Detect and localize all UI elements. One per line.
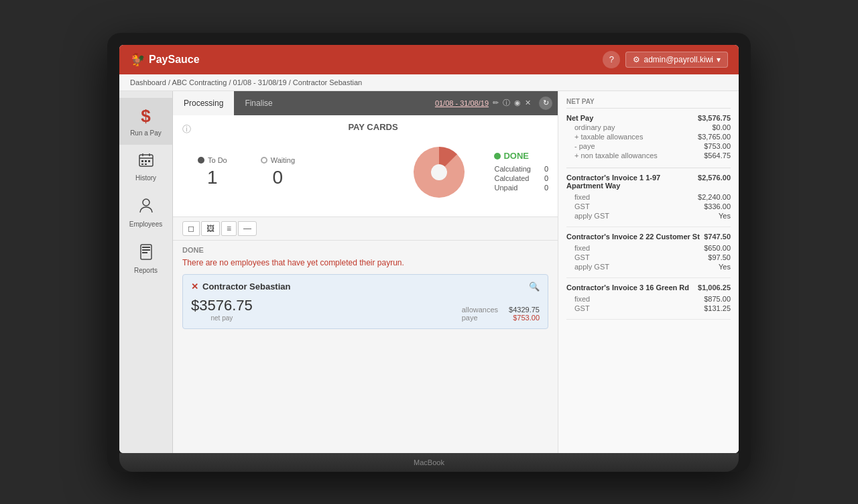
invoice-3-fixed-row: fixed $875.00: [566, 295, 731, 303]
done-section: DONE There are no employees that have ye…: [173, 241, 558, 334]
admin-menu-button[interactable]: ⚙ admin@payroll.kiwi ▾: [625, 52, 728, 68]
tab-processing[interactable]: Processing: [173, 91, 234, 115]
paye-deduction-row: - paye $753.00: [566, 142, 731, 150]
done-dot: [494, 153, 501, 160]
info-circle-icon[interactable]: ⓘ: [503, 98, 510, 108]
todo-dot: [198, 157, 204, 164]
dollar-icon: $: [141, 106, 150, 127]
net-pay-label: net pay: [191, 314, 253, 322]
breadcrumb: Dashboard / ABC Contracting / 01/08 - 31…: [119, 74, 739, 91]
toolbar-btn-image[interactable]: 🖼: [201, 221, 220, 236]
date-range-link[interactable]: 01/08 - 31/08/19: [435, 99, 489, 107]
allowances-row: allowances $4329.75: [462, 306, 540, 314]
breadcrumb-current: Contractor Sebastian: [293, 78, 362, 86]
right-panel: NET PAY Net Pay $3,576.75 ordinary pay $…: [558, 91, 739, 453]
divider-1: [566, 168, 731, 168]
done-badge: DONE: [494, 151, 548, 161]
invoice-2-gst-row: GST $97.50: [566, 253, 731, 261]
waiting-label: Waiting: [261, 156, 295, 164]
toolbar-btn-outline[interactable]: ◻: [182, 221, 200, 236]
logo-text: PaySauce: [149, 54, 200, 66]
info-icon: ⓘ: [182, 123, 191, 135]
view-icon[interactable]: ◉: [514, 99, 521, 107]
pay-cards-stats: To Do 1 Waiting: [198, 156, 399, 188]
pie-chart: [399, 139, 479, 206]
toolbar-btn-minus[interactable]: —: [238, 221, 257, 236]
invoice-1-fixed-row: fixed $2,240.00: [566, 193, 731, 201]
invoice-2-fixed-row: fixed $650.00: [566, 244, 731, 252]
invoice-1-gst-row: GST $336.00: [566, 202, 731, 210]
waiting-dot: [261, 157, 267, 164]
todo-value: 1: [198, 167, 227, 188]
todo-label: To Do: [198, 156, 227, 164]
info-row: ⓘ PAY CARDS To Do: [182, 122, 548, 206]
svg-rect-11: [142, 247, 150, 248]
pay-details: allowances $4329.75 paye $753.00: [462, 306, 540, 322]
breadcrumb-period[interactable]: 01/08 - 31/08/19: [233, 78, 287, 86]
breadcrumb-company[interactable]: ABC Contracting: [172, 78, 227, 86]
logo: 🐓 PaySauce: [130, 52, 200, 67]
tabs-right: 01/08 - 31/08/19 ✏ ⓘ ◉ ✕ ↻: [435, 97, 558, 110]
taxable-allowances-row: + taxable allowances $3,765.00: [566, 133, 731, 141]
admin-label: admin@payroll.kiwi: [644, 55, 713, 64]
invoice-3-title-row: Contractor's Invoice 3 16 Green Rd $1,00…: [566, 284, 731, 294]
sidebar-item-history[interactable]: History: [119, 145, 172, 190]
sidebar-item-employees[interactable]: Employees: [119, 190, 172, 236]
refresh-button[interactable]: ↻: [539, 97, 552, 110]
svg-rect-12: [142, 249, 150, 251]
non-taxable-row: + non taxable allowances $564.75: [566, 151, 731, 160]
app-layout: $ Run a Pay: [119, 91, 739, 453]
laptop-base: MacBook: [119, 453, 739, 472]
unpaid-row: Unpaid 0: [494, 184, 548, 192]
pay-cards-content: To Do 1 Waiting: [198, 139, 548, 206]
invoice-1-section: Contractor's Invoice 1 1-97 Apartment Wa…: [566, 174, 731, 227]
tabs-bar: Processing Finalise 01/08 - 31/08/19 ✏ ⓘ…: [173, 91, 558, 115]
invoice-2-apply-gst-row: apply GST Yes: [566, 263, 731, 271]
invoice-3-section: Contractor's Invoice 3 16 Green Rd $1,00…: [566, 284, 731, 320]
edit-icon[interactable]: ✏: [493, 99, 499, 107]
calculating-row: Calculating 0: [494, 165, 548, 173]
search-icon[interactable]: 🔍: [529, 281, 540, 292]
breadcrumb-dashboard[interactable]: Dashboard: [130, 78, 166, 86]
waiting-value: 0: [261, 167, 295, 188]
laptop-frame: 🐓 PaySauce ? ⚙ admin@payroll.kiwi ▾ Dash…: [107, 33, 751, 472]
sidebar-item-reports[interactable]: Reports: [119, 236, 172, 282]
sidebar-label-reports: Reports: [134, 267, 158, 274]
app-header: 🐓 PaySauce ? ⚙ admin@payroll.kiwi ▾: [119, 45, 739, 74]
pay-cards-title: PAY CARDS: [198, 122, 548, 132]
tab-finalise[interactable]: Finalise: [234, 91, 283, 115]
employee-card-header: ✕ Contractor Sebastian 🔍: [191, 281, 540, 292]
help-button[interactable]: ?: [603, 51, 620, 68]
close-icon[interactable]: ✕: [525, 99, 531, 107]
done-section-header: DONE: [182, 246, 548, 254]
sidebar-label-run-a-pay: Run a Pay: [130, 129, 162, 137]
svg-rect-8: [145, 164, 147, 165]
left-panel: Processing Finalise 01/08 - 31/08/19 ✏ ⓘ…: [173, 91, 558, 453]
svg-rect-5: [145, 160, 147, 162]
calendar-icon: [139, 153, 154, 172]
employee-name: ✕ Contractor Sebastian: [191, 281, 290, 292]
laptop-brand-label: MacBook: [414, 458, 444, 466]
employee-close-icon[interactable]: ✕: [191, 281, 198, 292]
net-pay-total-row: Net Pay $3,576.75: [566, 114, 731, 122]
toolbar-btn-list[interactable]: ≡: [221, 221, 237, 236]
sidebar-item-run-a-pay[interactable]: $ Run a Pay: [119, 98, 172, 145]
stat-todo: To Do 1: [198, 156, 227, 188]
gear-icon: ⚙: [633, 55, 640, 64]
reports-icon: [139, 244, 153, 264]
calculated-row: Calculated 0: [494, 174, 548, 182]
ordinary-pay-row: ordinary pay $0.00: [566, 123, 731, 131]
svg-point-15: [431, 164, 447, 180]
chevron-down-icon: ▾: [717, 55, 721, 64]
net-pay-amount: $3576.75: [191, 297, 253, 314]
svg-rect-4: [141, 160, 143, 162]
stat-waiting: Waiting 0: [261, 156, 295, 188]
paye-row: paye $753.00: [462, 314, 540, 322]
svg-point-9: [143, 199, 149, 206]
invoice-1-title-row: Contractor's Invoice 1 1-97 Apartment Wa…: [566, 174, 731, 192]
svg-rect-7: [141, 164, 143, 165]
net-pay-display: $3576.75 net pay: [191, 297, 253, 322]
invoice-2-title-row: Contractor's Invoice 2 22 Customer St $7…: [566, 233, 731, 243]
person-icon: [139, 198, 154, 218]
no-employees-message: There are no employees that have yet com…: [182, 258, 548, 267]
